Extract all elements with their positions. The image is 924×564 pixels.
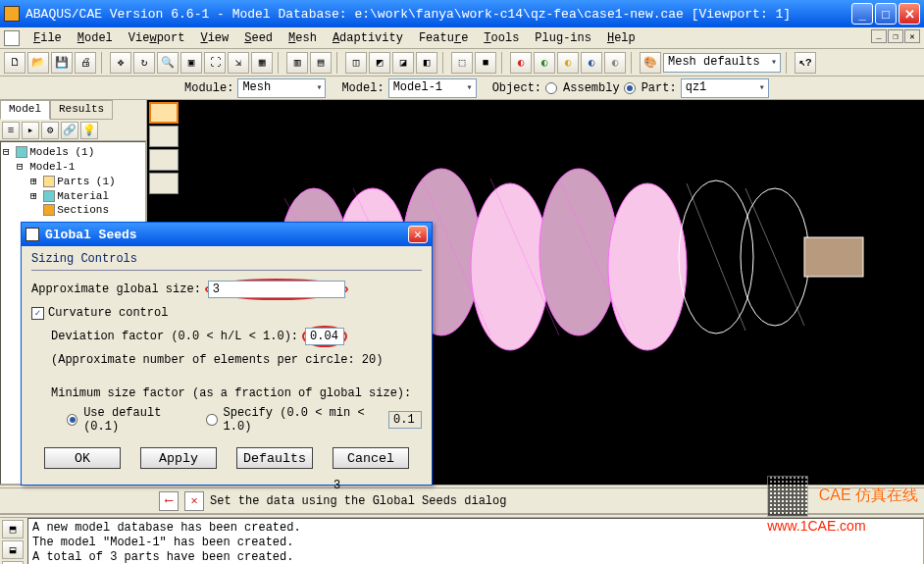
close-button[interactable]: ✕ bbox=[898, 3, 920, 25]
model-label: Model: bbox=[341, 81, 384, 95]
message-line: A total of 3 parts have been created. bbox=[32, 550, 919, 564]
assembly-radio[interactable] bbox=[545, 82, 557, 94]
autoview-icon[interactable]: ⇲ bbox=[228, 52, 249, 74]
color4-icon[interactable]: ◐ bbox=[581, 52, 602, 74]
fit-icon[interactable]: ⛶ bbox=[204, 52, 226, 74]
menu-viewport[interactable]: Viewport bbox=[121, 29, 193, 47]
cancel-button[interactable]: Cancel bbox=[333, 447, 409, 469]
part-dropdown[interactable]: qz1 bbox=[681, 78, 769, 98]
object-label: Object: bbox=[492, 81, 541, 95]
qr-icon bbox=[767, 476, 808, 517]
model-dropdown[interactable]: Model-1 bbox=[388, 78, 477, 98]
menubar: FFileile Model Viewport View Seed Mesh A… bbox=[0, 27, 924, 49]
approx-size-input[interactable] bbox=[208, 281, 345, 298]
svg-point-3 bbox=[471, 183, 549, 350]
prompt-text: Set the data using the Global Seeds dial… bbox=[210, 494, 506, 508]
sizing-controls-label: Sizing Controls bbox=[31, 252, 422, 266]
curvature-control-checkbox[interactable]: ✓ bbox=[31, 307, 44, 320]
menu-adaptivity[interactable]: Adaptivity bbox=[325, 29, 411, 47]
module-label: Module: bbox=[184, 81, 233, 95]
menu-help[interactable]: Help bbox=[599, 29, 643, 47]
menu-mesh[interactable]: Mesh bbox=[281, 29, 325, 47]
menu-seed[interactable]: Seed bbox=[236, 29, 281, 47]
message-line: The model "Model-1" has been created. bbox=[32, 536, 919, 550]
mdi-minimize[interactable]: _ bbox=[871, 29, 887, 43]
box-zoom-icon[interactable]: ▣ bbox=[180, 52, 202, 74]
dialog-title: Global Seeds bbox=[45, 228, 408, 242]
ok-button[interactable]: OK bbox=[44, 447, 121, 469]
menu-model[interactable]: Model bbox=[70, 29, 121, 47]
specify-input[interactable] bbox=[388, 411, 422, 429]
iso1-icon[interactable]: ◩ bbox=[369, 52, 390, 74]
min-size-label: Minimum size factor (as a fraction of gl… bbox=[51, 386, 411, 400]
part-radio[interactable] bbox=[624, 82, 636, 94]
print-icon[interactable]: 🖨 bbox=[75, 52, 96, 74]
main-toolbar: 🗋 📂 💾 🖨 ✥ ↻ 🔍 ▣ ⛶ ⇲ ▦ ▥ ▤ ◫ ◩ ◪ ◧ ⬚ ■ ◐ … bbox=[0, 49, 924, 77]
seed-part-icon[interactable] bbox=[149, 102, 179, 124]
deviation-input[interactable] bbox=[305, 328, 344, 345]
maximize-button[interactable]: □ bbox=[875, 3, 897, 25]
help-icon[interactable]: ↖? bbox=[795, 52, 816, 74]
shade-icon[interactable]: ■ bbox=[475, 52, 496, 74]
tree-filter-icon[interactable]: ≡ bbox=[2, 122, 20, 139]
use-default-label: Use default (0.1) bbox=[83, 406, 193, 434]
menu-tools[interactable]: Tools bbox=[476, 29, 527, 47]
menu-plugins[interactable]: Plug-ins bbox=[527, 29, 599, 47]
open-icon[interactable]: 📂 bbox=[27, 52, 49, 74]
grid1-icon[interactable]: ▥ bbox=[286, 52, 308, 74]
color5-icon[interactable]: ◐ bbox=[604, 52, 626, 74]
palette-icon[interactable]: 🎨 bbox=[640, 52, 661, 74]
tree-link-icon[interactable]: 🔗 bbox=[61, 122, 78, 139]
tab-results[interactable]: Results bbox=[50, 100, 113, 120]
mesh-part-icon[interactable] bbox=[149, 149, 179, 171]
tab-model[interactable]: Model bbox=[0, 100, 50, 120]
module-dropdown[interactable]: Mesh bbox=[237, 78, 326, 98]
mdi-close[interactable]: ✕ bbox=[904, 29, 920, 43]
iso3-icon[interactable]: ◧ bbox=[416, 52, 437, 74]
window-title: ABAQUS/CAE Version 6.6-1 - Model Databas… bbox=[26, 7, 851, 22]
iso2-icon[interactable]: ◪ bbox=[392, 52, 414, 74]
mdi-restore[interactable]: ❐ bbox=[888, 29, 903, 43]
msg-tool-2[interactable]: ⬓ bbox=[2, 540, 24, 559]
curvature-control-label: Curvature control bbox=[48, 306, 168, 320]
tree-bulb-icon[interactable]: 💡 bbox=[80, 122, 98, 139]
seed-edge-icon[interactable] bbox=[149, 126, 179, 147]
watermark: CAE 仿真在线 www.1CAE.com bbox=[767, 476, 918, 535]
global-seeds-dialog: Global Seeds ✕ Sizing Controls Approxima… bbox=[21, 222, 433, 486]
color2-icon[interactable]: ◐ bbox=[534, 52, 555, 74]
mesh-region-icon[interactable] bbox=[149, 173, 179, 194]
rotate-icon[interactable]: ↻ bbox=[133, 52, 155, 74]
apply-button[interactable]: Apply bbox=[140, 447, 217, 469]
pan-icon[interactable]: ✥ bbox=[110, 52, 131, 74]
view-cycle-icon[interactable]: ▦ bbox=[251, 52, 273, 74]
save-icon[interactable]: 💾 bbox=[51, 52, 73, 74]
approx-size-label: Approximate global size: bbox=[31, 282, 201, 296]
new-icon[interactable]: 🗋 bbox=[4, 52, 26, 74]
use-default-radio[interactable] bbox=[67, 414, 77, 426]
defaults-button[interactable]: Defaults bbox=[236, 447, 313, 469]
msg-tool-1[interactable]: ⬒ bbox=[2, 520, 24, 538]
prompt-back-icon[interactable]: ⟵ bbox=[159, 491, 179, 511]
tree-set-icon[interactable]: ⚙ bbox=[41, 122, 59, 139]
persp-icon[interactable]: ◫ bbox=[345, 52, 367, 74]
context-bar: Module: Mesh Model: Model-1 Object: Asse… bbox=[0, 77, 924, 100]
dialog-close-button[interactable]: ✕ bbox=[408, 226, 428, 243]
wire-icon[interactable]: ⬚ bbox=[451, 52, 473, 74]
zoom-icon[interactable]: 🔍 bbox=[157, 52, 179, 74]
menu-file[interactable]: FFileile bbox=[26, 29, 70, 47]
prompt-cancel-icon[interactable]: ✕ bbox=[184, 491, 204, 511]
grid2-icon[interactable]: ▤ bbox=[310, 52, 332, 74]
doc-icon bbox=[4, 30, 20, 46]
svg-line-14 bbox=[687, 183, 745, 331]
menu-feature[interactable]: Feature bbox=[411, 29, 476, 47]
svg-rect-8 bbox=[804, 237, 863, 277]
color3-icon[interactable]: ◐ bbox=[557, 52, 579, 74]
minimize-button[interactable]: _ bbox=[851, 3, 873, 25]
menu-view[interactable]: View bbox=[192, 29, 236, 47]
mesh-defaults-dropdown[interactable]: Mesh defaults bbox=[663, 53, 781, 73]
color1-icon[interactable]: ◐ bbox=[510, 52, 532, 74]
assembly-label: Assembly bbox=[563, 81, 620, 95]
svg-point-5 bbox=[608, 183, 687, 350]
tree-expand-icon[interactable]: ▸ bbox=[22, 122, 39, 139]
specify-radio[interactable] bbox=[206, 414, 217, 426]
